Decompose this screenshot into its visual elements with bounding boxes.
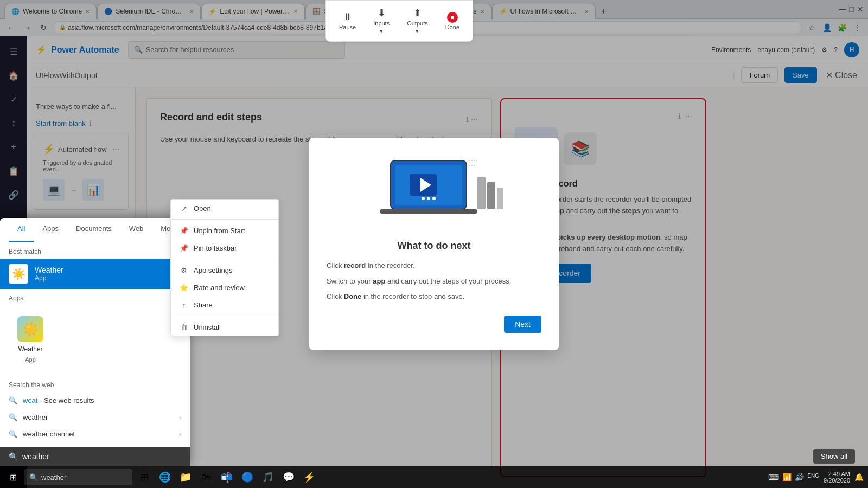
pa-line-separator: | — [733, 71, 735, 79]
apps-grid-section: ☀️ Weather App — [0, 305, 190, 374]
taskbar-teams[interactable]: 💬 — [279, 467, 298, 487]
new-tab-button[interactable]: + — [596, 4, 611, 19]
taskbar-lang-indicator: ENG — [807, 473, 819, 481]
done-button[interactable]: ■ Done — [441, 10, 464, 33]
close-button[interactable]: ✕ Close — [824, 68, 859, 82]
taskbar-notification-icon[interactable]: 🔔 — [854, 473, 864, 481]
taskbar-store[interactable]: 🛍 — [196, 467, 216, 487]
best-match-type: App — [35, 274, 63, 282]
start-button[interactable]: ⊞ — [4, 468, 22, 486]
apps-grid: ☀️ Weather App — [9, 312, 181, 367]
taskbar-power-automate[interactable]: ⚡ — [299, 467, 319, 487]
user-avatar[interactable]: H — [844, 42, 859, 57]
start-search-input[interactable] — [22, 452, 181, 461]
forward-button[interactable]: → — [21, 21, 34, 34]
ctx-open[interactable]: ↗ Open — [171, 200, 278, 217]
pa-home-sidebar-icon[interactable]: 🏠 — [3, 65, 24, 86]
more-options-icon[interactable]: ⋮ — [851, 21, 864, 34]
taskbar-clock[interactable]: 2:49 AM 9/20/2020 — [824, 471, 850, 484]
pa-action-sidebar-icon[interactable]: ✓ — [3, 88, 24, 110]
forum-button[interactable]: Forum — [741, 67, 778, 83]
pa-logo-icon: ⚡ — [36, 44, 47, 55]
pause-button[interactable]: ⏸ Pause — [335, 9, 360, 33]
start-tab-all[interactable]: All — [9, 218, 34, 242]
best-match-item[interactable]: ☀️ Weather App — [0, 259, 190, 289]
inputs-button[interactable]: ⬇ Inputs ▾ — [369, 5, 394, 37]
start-tab-apps[interactable]: Apps — [34, 218, 67, 242]
start-search-bar: 🔍 — [0, 447, 190, 466]
start-tab-documents[interactable]: Documents — [67, 218, 120, 242]
save-button[interactable]: Save — [784, 67, 817, 83]
auto-flow-title: Automated flow — [58, 145, 107, 153]
show-all-button[interactable]: Show all — [813, 449, 855, 464]
search-icon: 🔍 — [134, 46, 143, 54]
flow-icon-2: 📊 — [82, 179, 104, 201]
taskbar-explorer[interactable]: 📁 — [176, 467, 195, 487]
tab-ui-flows[interactable]: ⚡ UI flows in Microsoft Power Auto... ✕ — [492, 4, 596, 19]
weather-app-grid-item[interactable]: ☀️ Weather App — [9, 312, 52, 367]
pa-search-box[interactable]: 🔍 Search for helpful resources — [128, 41, 345, 59]
taskbar-task-view[interactable]: ⊞ — [135, 467, 154, 487]
svg-point-4 — [422, 197, 425, 200]
tab-close[interactable]: ✕ — [189, 9, 194, 15]
auto-flow-icon: ⚡ — [43, 143, 55, 155]
svg-rect-10 — [497, 188, 503, 209]
pa-templates-sidebar-icon[interactable]: 📋 — [3, 160, 24, 182]
taskbar-edge[interactable]: 🌐 — [155, 467, 175, 487]
help-icon[interactable]: ? — [834, 46, 838, 54]
close-window-button[interactable]: ✕ — [857, 5, 864, 14]
pa-connectors-sidebar-icon[interactable]: 🔗 — [3, 184, 24, 206]
tab-welcome[interactable]: 🌐 Welcome to Chrome ✕ — [4, 4, 97, 19]
taskbar-media[interactable]: 🎵 — [258, 467, 278, 487]
extensions-icon[interactable]: 🧩 — [835, 21, 848, 34]
tab-selenium[interactable]: 🔵 Selenium IDE - Chrome Web St... ✕ — [97, 4, 201, 19]
web-result-weather-channel[interactable]: 🔍 weather channel › — [0, 426, 190, 442]
pa-create-sidebar-icon[interactable]: + — [3, 136, 24, 158]
pa-flows-sidebar-icon[interactable]: ↕ — [3, 112, 24, 134]
taskbar-volume-icon[interactable]: 🔊 — [795, 473, 804, 481]
ctx-app-settings[interactable]: ⚙ App settings — [171, 261, 278, 279]
start-tab-web[interactable]: Web — [120, 218, 152, 242]
next-button[interactable]: Next — [504, 316, 541, 333]
minimize-button[interactable]: ─ — [839, 4, 846, 15]
maximize-button[interactable]: □ — [850, 5, 854, 14]
tab-close[interactable]: ✕ — [293, 9, 298, 15]
ready-more-icon[interactable]: ⋯ — [685, 112, 692, 120]
ctx-rate-review[interactable]: ⭐ Rate and review — [171, 279, 278, 296]
pa-menu-icon[interactable]: ☰ — [3, 41, 24, 62]
three-ways-title: Three ways to make a fl... — [27, 96, 135, 117]
start-from-blank[interactable]: Start from blank ℹ — [27, 117, 135, 134]
ctx-pin-taskbar[interactable]: 📌 Pin to taskbar — [171, 239, 278, 256]
tab-close[interactable]: ✕ — [85, 9, 90, 15]
web-result-weat[interactable]: 🔍 weat - See web results — [0, 392, 190, 409]
taskbar-search-box[interactable]: 🔍 weather — [24, 469, 132, 485]
taskbar-mail[interactable]: 📬 — [217, 467, 237, 487]
auto-flow-more[interactable]: ⋯ — [112, 145, 119, 153]
record-more-icon[interactable]: ℹ ⋯ — [466, 115, 478, 124]
tab-close[interactable]: ✕ — [584, 9, 589, 15]
reload-button[interactable]: ↻ — [37, 21, 50, 34]
bookmark-icon[interactable]: ☆ — [805, 21, 818, 34]
taskbar-network-icon[interactable]: 📶 — [782, 473, 792, 481]
user-icon[interactable]: 👤 — [820, 21, 833, 34]
recorder-toolbar: ⏸ Pause ⬇ Inputs ▾ ⬆ Outputs ▾ ■ Done — [326, 0, 473, 42]
start-menu-tabs: All Apps Documents Web More 🔍 ⋯ — [0, 218, 190, 242]
start-menu: All Apps Documents Web More 🔍 ⋯ Best mat… — [0, 218, 190, 466]
taskbar-apps: ⊞ 🌐 📁 🛍 📬 🔵 🎵 💬 ⚡ — [135, 467, 319, 487]
tab-power-automate[interactable]: ⚡ Edit your flow | Power Automate ✕ — [201, 4, 305, 19]
ctx-share-icon: ↑ — [180, 300, 188, 309]
ctx-share[interactable]: ↑ Share — [171, 296, 278, 313]
ctx-uninstall[interactable]: 🗑 Uninstall — [171, 318, 278, 336]
taskbar-chrome[interactable]: 🔵 — [238, 467, 257, 487]
ready-info-icon[interactable]: ℹ — [678, 112, 681, 120]
tab-close[interactable]: ✕ — [480, 9, 484, 15]
outputs-button[interactable]: ⬆ Outputs ▾ — [403, 5, 432, 37]
settings-icon[interactable]: ⚙ — [821, 46, 827, 54]
web-result-weather[interactable]: 🔍 weather › — [0, 409, 190, 426]
lock-icon: 🔒 — [59, 24, 66, 30]
web-result-arrow-3: › — [179, 431, 181, 438]
back-button[interactable]: ← — [4, 21, 17, 34]
ctx-pin-label: Pin to taskbar — [194, 244, 237, 252]
taskbar-keyboard-icon[interactable]: ⌨ — [768, 473, 779, 481]
ctx-unpin-start[interactable]: 📌 Unpin from Start — [171, 222, 278, 239]
